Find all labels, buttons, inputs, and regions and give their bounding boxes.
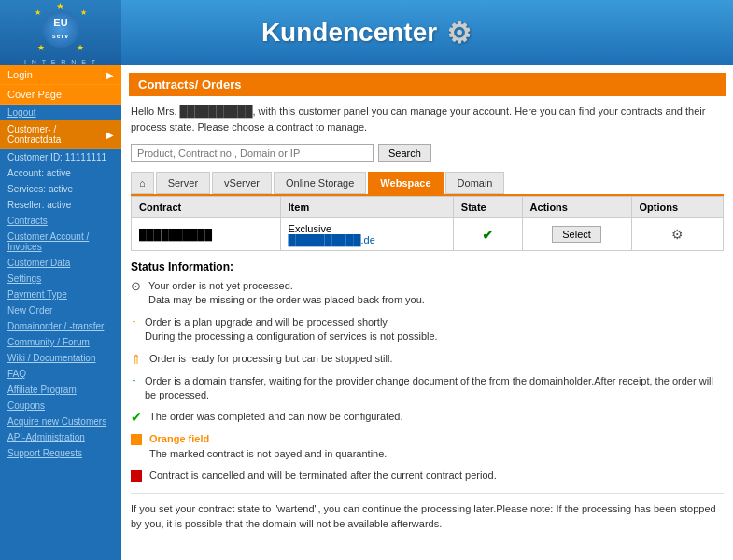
tab-home[interactable]: ⌂ — [131, 172, 154, 194]
cell-item: Exclusive ██████████.de — [280, 218, 453, 251]
sidebar-item-coupons[interactable]: Coupons — [0, 398, 121, 413]
search-button[interactable]: Search — [378, 144, 431, 162]
checkmark-green-icon: ✔ — [131, 410, 142, 425]
status-item-orange: Orange field The marked contract is not … — [131, 432, 724, 461]
status-section: Status Information: ⊙ Your order is not … — [131, 260, 724, 483]
status-text-clock: Your order is not yet processed. Data ma… — [148, 279, 425, 308]
sidebar-item-contracts[interactable]: Contracts — [0, 213, 121, 229]
col-actions: Actions — [522, 197, 631, 218]
col-item: Item — [280, 197, 453, 218]
col-contract: Contract — [132, 197, 281, 218]
tab-domain[interactable]: Domain — [445, 172, 505, 194]
sidebar: Login ▶ Cover Page Logout Customer- / Co… — [0, 65, 121, 560]
status-item-cancelled: Contract is cancelled and will be termin… — [131, 469, 724, 483]
arrow-right-icon: ▶ — [106, 70, 114, 80]
content-inner: Hello Mrs. ██████████, with this custome… — [121, 104, 733, 541]
title-text: Kundencenter — [261, 18, 437, 48]
status-title: Status Information: — [131, 260, 724, 273]
status-text-transfer: Order is a domain transfer, waiting for … — [145, 374, 724, 403]
orange-field-icon — [131, 434, 142, 445]
header-title: Kundencenter ⚙ — [261, 17, 472, 49]
col-state: State — [453, 197, 522, 218]
sidebar-item-customer-data[interactable]: Customer- / Contractdata ▶ — [0, 120, 121, 149]
clock-icon: ⊙ — [131, 279, 141, 293]
sidebar-item-payment[interactable]: Payment Type — [0, 287, 121, 302]
tab-server[interactable]: Server — [156, 172, 210, 194]
table-row: ██████████ Exclusive ██████████.de ✔ Sel… — [132, 218, 724, 251]
arrow-up-orange-icon: ↑ — [131, 315, 137, 330]
orange-field-label: Orange field — [149, 433, 209, 444]
search-bar: Search — [131, 144, 724, 162]
tabs: ⌂ Server vServer Online Storage Webspace… — [131, 172, 724, 196]
sidebar-reseller: Reseller: active — [0, 197, 121, 213]
sidebar-item-settings[interactable]: Settings — [0, 271, 121, 287]
red-square-icon — [131, 470, 142, 482]
tab-online-storage[interactable]: Online Storage — [274, 172, 366, 194]
status-item-clock: ⊙ Your order is not yet processed. Data … — [131, 279, 724, 308]
sidebar-item-affiliate[interactable]: Affiliate Program — [0, 382, 121, 398]
sidebar-account: Account: active — [0, 165, 121, 181]
status-text-orange: Orange field The marked contract is not … — [149, 432, 387, 461]
status-text-completed: The order was completed and can now be c… — [149, 410, 403, 424]
main-layout: Login ▶ Cover Page Logout Customer- / Co… — [0, 65, 733, 560]
status-item-ready: ⇑ Order is ready for processing but can … — [131, 352, 724, 367]
cell-options: ⚙ — [631, 218, 723, 251]
sidebar-item-logout[interactable]: Logout — [0, 105, 121, 120]
search-input[interactable] — [131, 144, 374, 162]
footer-note: If you set your contract state to "warte… — [131, 493, 724, 532]
content-area: Contracts/ Orders Hello Mrs. ██████████,… — [121, 65, 733, 560]
page-title-bar: Contracts/ Orders — [129, 73, 726, 96]
sidebar-customer-id: Customer ID: 11111111 — [0, 149, 121, 165]
eu-logo: ★ ★ ★ ★ ★ ★ EUserv I N T E R N E T — [24, 1, 97, 65]
cell-contract: ██████████ — [132, 218, 281, 251]
tab-vserver[interactable]: vServer — [212, 172, 272, 194]
sidebar-services: Services: active — [0, 181, 121, 197]
tab-webspace[interactable]: Webspace — [368, 172, 443, 194]
sidebar-item-wiki[interactable]: Wiki / Documentation — [0, 350, 121, 366]
status-text-upgrade: Order is a plan upgrade and will be proc… — [145, 315, 438, 344]
logo-container: ★ ★ ★ ★ ★ ★ EUserv I N T E R N E T — [0, 0, 121, 65]
intro-text: Hello Mrs. ██████████, with this custome… — [131, 104, 724, 134]
header: ★ ★ ★ ★ ★ ★ EUserv I N T E R N E T Kunde… — [0, 0, 733, 65]
col-options: Options — [631, 197, 723, 218]
contracts-table: Contract Item State Actions Options ████… — [131, 196, 724, 251]
sidebar-item-acquire[interactable]: Acquire new Customers — [0, 413, 121, 429]
page-title: Contracts/ Orders — [138, 77, 242, 91]
sidebar-item-api[interactable]: API-Administration — [0, 429, 121, 445]
status-text-cancelled: Contract is cancelled and will be termin… — [149, 469, 497, 483]
cell-state: ✔ — [453, 218, 522, 251]
sidebar-item-domainorder[interactable]: Domainorder / -transfer — [0, 318, 121, 334]
status-item-transfer: ↑ Order is a domain transfer, waiting fo… — [131, 374, 724, 403]
status-item-completed: ✔ The order was completed and can now be… — [131, 410, 724, 425]
gear-icon: ⚙ — [446, 17, 472, 49]
sidebar-item-customer-account[interactable]: Customer Account / Invoices — [0, 229, 121, 255]
sidebar-item-community[interactable]: Community / Forum — [0, 334, 121, 350]
sidebar-item-login[interactable]: Login ▶ — [0, 65, 121, 85]
arrow-partial-icon: ⇑ — [131, 352, 142, 367]
internet-label: I N T E R N E T — [24, 59, 97, 65]
arrow-green-icon: ↑ — [131, 374, 137, 389]
cell-actions: Select — [522, 218, 631, 251]
sidebar-item-new-order[interactable]: New Order — [0, 302, 121, 318]
sidebar-item-customer-data-link[interactable]: Customer Data — [0, 255, 121, 271]
status-text-ready: Order is ready for processing but can be… — [149, 352, 392, 366]
state-checkmark-icon: ✔ — [482, 227, 494, 243]
sidebar-item-cover[interactable]: Cover Page — [0, 85, 121, 105]
arrow-right-icon: ▶ — [106, 130, 114, 140]
options-gear-icon[interactable]: ⚙ — [671, 227, 684, 242]
sidebar-item-support[interactable]: Support Requests — [0, 445, 121, 461]
select-button[interactable]: Select — [552, 226, 601, 243]
sidebar-item-faq[interactable]: FAQ — [0, 366, 121, 382]
status-item-upgrade: ↑ Order is a plan upgrade and will be pr… — [131, 315, 724, 344]
